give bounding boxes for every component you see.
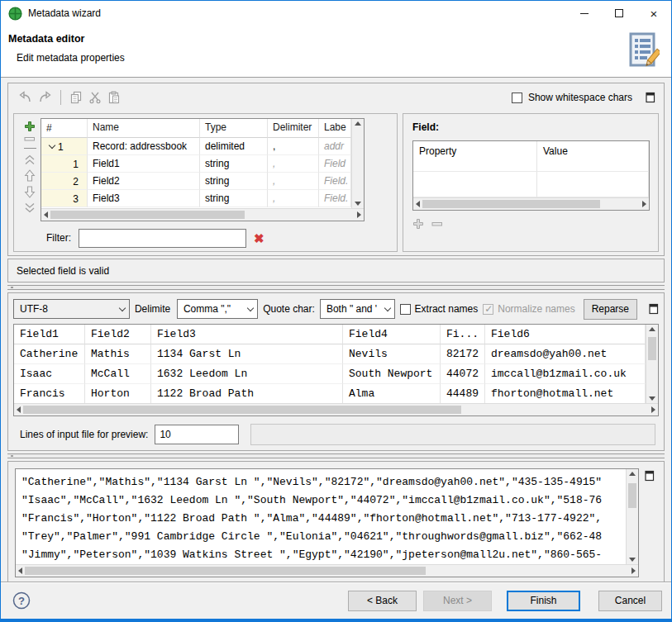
redo-icon[interactable] (38, 91, 52, 104)
field-row[interactable]: 2 Field2 string , Field. (41, 173, 351, 190)
delimiter-select[interactable]: Comma "," (177, 299, 258, 319)
move-up-icon[interactable] (24, 169, 36, 182)
preview-col-header[interactable]: Fi... (441, 325, 485, 344)
charset-select[interactable]: UTF-8 (13, 299, 130, 319)
raw-preview-box: "Catherine","Mathis","1134 Garst Ln ","N… (15, 468, 639, 577)
preview-col-header[interactable]: Field1 (14, 325, 85, 344)
maximize-panel-icon[interactable] (646, 92, 655, 103)
scrollbar-thumb[interactable] (422, 200, 600, 208)
preview-row[interactable]: Isaac McCall 1632 Leedom Ln South Newpor… (14, 364, 646, 384)
col-header-label[interactable]: Labe (319, 119, 351, 138)
col-header-name[interactable]: Name (88, 119, 200, 138)
raw-horizontal-scrollbar[interactable] (16, 564, 638, 577)
copy-icon[interactable] (69, 91, 83, 104)
preview-row[interactable]: Catherine Mathis 1134 Garst Ln Nevils 82… (14, 344, 646, 364)
scrollbar-thumb[interactable] (50, 211, 245, 219)
col-header-num[interactable]: # (41, 119, 88, 138)
finish-button[interactable]: Finish (507, 591, 580, 611)
preview-col-header[interactable]: Field2 (85, 325, 151, 344)
property-column-header[interactable]: Property (413, 141, 537, 172)
scroll-right-icon[interactable] (651, 406, 655, 413)
filter-label: Filter: (46, 232, 71, 244)
extract-names-checkbox[interactable] (400, 304, 411, 315)
preview-col-header[interactable]: Field3 (151, 325, 343, 344)
scroll-right-icon[interactable] (642, 201, 646, 207)
preview-cell: imccall@b1zmail.co.uk (485, 364, 646, 384)
undo-icon[interactable] (18, 91, 32, 104)
cut-icon[interactable] (88, 91, 102, 104)
scroll-left-icon[interactable] (18, 567, 22, 574)
scroll-right-icon[interactable] (357, 211, 361, 218)
paste-icon[interactable] (107, 91, 121, 104)
preview-horizontal-scrollbar[interactable] (14, 403, 658, 415)
field-row[interactable]: 3 Field3 string , Field. (41, 190, 351, 207)
fields-horizontal-scrollbar[interactable] (41, 208, 364, 221)
preview-col-header[interactable]: Field4 (343, 325, 441, 344)
property-horizontal-scrollbar[interactable] (413, 197, 649, 210)
field-type: string (200, 190, 268, 207)
preview-vertical-scrollbar[interactable] (646, 325, 658, 403)
scroll-up-icon[interactable] (355, 121, 361, 126)
col-header-delimiter[interactable]: Delimiter (268, 119, 319, 138)
raw-preview-text[interactable]: "Catherine","Mathis","1134 Garst Ln ","N… (16, 469, 626, 564)
quote-char-select[interactable]: Both " and ' (320, 299, 395, 319)
splitter-sash[interactable] (7, 285, 665, 290)
preview-cell: 1122 Broad Path (151, 384, 343, 403)
lines-of-input-field[interactable] (155, 425, 239, 444)
charset-value: UTF-8 (20, 303, 115, 315)
scrollbar-thumb[interactable] (628, 483, 636, 508)
fields-table: # Name Type Delimiter Labe 1 Record: add… (41, 118, 365, 221)
fields-vertical-scrollbar[interactable] (351, 119, 364, 208)
add-property-icon[interactable] (412, 218, 424, 230)
move-down-icon[interactable] (24, 186, 36, 198)
page-subtitle: Edit metadata properties (17, 52, 671, 64)
add-field-icon[interactable] (24, 121, 36, 132)
help-icon[interactable]: ? (12, 591, 31, 610)
field-row[interactable]: 1 Field1 string , Field (41, 155, 351, 173)
close-button[interactable]: × (636, 1, 671, 26)
wizard-footer: ? < Back Next > Finish Cancel (1, 582, 671, 619)
field-type: string (200, 155, 268, 173)
maximize-panel-icon[interactable] (649, 303, 659, 315)
scroll-left-icon[interactable] (17, 406, 21, 413)
delimiter-label: Delimite (135, 303, 172, 315)
cancel-button[interactable]: Cancel (598, 591, 662, 611)
scroll-left-icon[interactable] (44, 211, 48, 218)
scrollbar-thumb[interactable] (25, 567, 426, 575)
move-bottom-icon[interactable] (24, 202, 36, 213)
scroll-down-icon[interactable] (649, 396, 655, 401)
scroll-up-icon[interactable] (649, 327, 655, 331)
disabled-progress-area (250, 424, 655, 445)
filter-input[interactable] (79, 229, 246, 248)
scrollbar-thumb[interactable] (648, 337, 656, 360)
remove-property-icon[interactable] (431, 221, 443, 227)
minimize-button[interactable] (567, 1, 602, 26)
raw-vertical-scrollbar[interactable] (626, 469, 638, 564)
scroll-up-icon[interactable] (629, 472, 636, 476)
preview-cell: dreamsdo@yah00.net (485, 344, 646, 364)
maximize-icon (615, 9, 623, 17)
back-button[interactable]: < Back (348, 591, 417, 611)
scroll-down-icon[interactable] (355, 202, 361, 206)
clear-filter-icon[interactable]: ✖ (254, 232, 265, 245)
scrollbar-thumb[interactable] (23, 406, 461, 414)
move-top-icon[interactable] (24, 154, 36, 165)
preview-row[interactable]: Francis Horton 1122 Broad Path Alma 4448… (14, 384, 646, 403)
extract-names-option[interactable]: Extract names (400, 303, 479, 315)
record-row[interactable]: 1 Record: addressbook delimited , addr (41, 138, 351, 155)
raw-line: "Catherine","Mathis","1134 Garst Ln ","N… (21, 473, 624, 491)
value-column-header[interactable]: Value (537, 141, 649, 172)
validation-status-bar: Selected field is valid (7, 259, 665, 283)
scroll-down-icon[interactable] (629, 558, 636, 562)
maximize-button[interactable] (602, 1, 636, 26)
remove-field-icon[interactable] (24, 136, 36, 142)
show-whitespace-checkbox[interactable] (512, 93, 522, 103)
collapse-record-icon[interactable] (49, 142, 55, 149)
splitter-sash[interactable] (7, 453, 665, 458)
reparse-button[interactable]: Reparse (584, 299, 637, 320)
scroll-right-icon[interactable] (631, 567, 636, 574)
maximize-panel-icon[interactable] (645, 470, 655, 482)
preview-col-header[interactable]: Field6 (485, 325, 646, 344)
scroll-left-icon[interactable] (416, 201, 420, 207)
col-header-type[interactable]: Type (200, 119, 268, 138)
